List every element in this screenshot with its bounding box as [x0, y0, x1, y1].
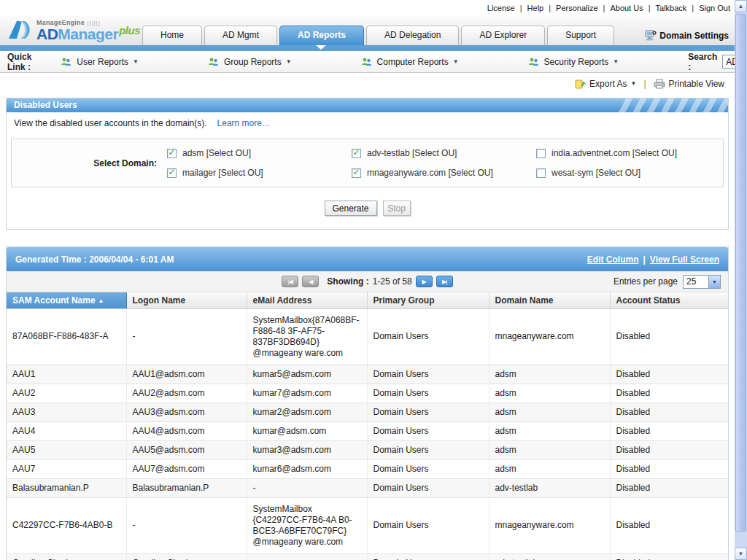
report-toolbar: Export As ▼ | Printable View	[0, 73, 735, 94]
domain-checkbox[interactable]: ✓ wesat-sym [Select OU]	[536, 168, 717, 178]
app-window: ▲ ▼ LicenseHelpPersonalizeAbout UsTalkba…	[0, 0, 747, 560]
domain-checkbox-grid: ✓ adsm [Select OU] ✓ adv-testlab [Select…	[167, 148, 717, 178]
previous-page-icon[interactable]: ◀	[302, 276, 319, 287]
last-page-icon[interactable]: ▶|	[436, 276, 453, 287]
cell-email-address: SystemMailbox {C42297CC-F7B6-4A B0-BCE3-…	[247, 497, 367, 553]
cell-logon-name: -	[126, 308, 247, 365]
main-nav-tabs: Home AD Mgmt AD Reports AD Delegation AD…	[142, 26, 614, 45]
cell-logon-name: Caroline.Sherly	[126, 553, 247, 560]
edit-column-link[interactable]: Edit Column	[587, 254, 639, 265]
nav-tab[interactable]: AD Reports	[279, 26, 364, 45]
cell-logon-name: AAU5@adsm.com	[126, 440, 247, 459]
cell-account-status: Disabled	[610, 497, 728, 553]
nav-tab[interactable]: AD Mgmt	[204, 26, 277, 45]
accent-strip	[0, 45, 735, 51]
generated-time-bar: Generated Time : 2006/04/04 - 6:01 AM Ed…	[7, 247, 728, 271]
quick-link-menu[interactable]: Group Reports ▼	[208, 57, 292, 67]
column-header-email-address[interactable]: eMail Address	[247, 292, 367, 308]
entries-per-page-value: 25	[684, 276, 708, 288]
export-as-button[interactable]: Export As ▼	[575, 78, 636, 89]
cell-domain-name: mnageanyware.com	[489, 497, 610, 553]
cell-account-status: Disabled	[610, 459, 728, 478]
cell-sam-account-name: Caroline.Sherly	[7, 553, 126, 560]
cell-logon-name: Balasubramanian.P	[126, 478, 247, 497]
next-page-icon[interactable]: ▶	[416, 276, 433, 287]
nav-tab[interactable]: Support	[547, 26, 614, 45]
cell-email-address: kumar5@adsm.com	[247, 365, 367, 384]
report-results-panel: Generated Time : 2006/04/04 - 6:01 AM Ed…	[6, 246, 729, 560]
column-header-primary-group[interactable]: Primary Group	[367, 292, 489, 308]
report-criteria-panel: Disabled Users View the disabled user ac…	[6, 98, 729, 230]
nav-tab[interactable]: Home	[142, 26, 202, 45]
cell-primary-group: Domain Users	[367, 421, 489, 440]
column-header-domain-name[interactable]: Domain Name	[489, 292, 610, 308]
top-link[interactable]: License	[487, 4, 527, 12]
domain-checkbox[interactable]: ✓ india.adventnet.com [Select OU]	[536, 148, 717, 158]
checkbox-icon: ✓	[167, 168, 177, 178]
scrollbar-thumb[interactable]	[735, 14, 746, 532]
column-header-logon-name[interactable]: Logon Name	[126, 292, 247, 308]
report-title-bar: Disabled Users	[7, 98, 728, 112]
cell-sam-account-name: AAU3	[7, 402, 126, 421]
top-link[interactable]: Talkback	[656, 4, 700, 12]
domain-checkbox[interactable]: ✓ mnageanyware.com [Select OU]	[352, 168, 536, 178]
checkbox-icon: ✓	[167, 149, 177, 158]
domain-checkbox[interactable]: ✓ adv-testlab [Select OU]	[352, 148, 536, 158]
scroll-up-icon[interactable]: ▲	[735, 0, 747, 12]
top-links: LicenseHelpPersonalizeAbout UsTalkbackSi…	[487, 4, 730, 12]
cell-sam-account-name: AAU2	[7, 384, 126, 402]
vertical-scrollbar[interactable]: ▲ ▼	[735, 0, 747, 560]
nav-tab[interactable]: AD Delegation	[366, 26, 459, 45]
domain-settings-button[interactable]: Domain Settings	[645, 30, 729, 41]
chevron-down-icon: ▼	[286, 58, 292, 65]
table-row: 87A068BF-F886-483F-A - SystemMailbox{87A…	[7, 308, 728, 365]
domain-checkbox[interactable]: ✓ mailager [Select OU]	[167, 168, 352, 178]
learn-more-link[interactable]: Learn more...	[217, 118, 269, 128]
cell-logon-name: AAU4@adsm.com	[126, 421, 247, 440]
table-row: Balasubramanian.P Balasubramanian.P - Do…	[7, 478, 728, 497]
top-link[interactable]: Personalize	[556, 4, 610, 12]
first-page-icon[interactable]: |◀	[282, 276, 298, 287]
cell-logon-name: -	[126, 497, 247, 553]
top-link[interactable]: About Us	[610, 4, 655, 12]
cell-primary-group: Domain Users	[367, 308, 489, 365]
column-header-sam-account-name[interactable]: SAM Account Name▲	[7, 292, 126, 308]
cell-email-address: SystemMailbox{87A068BF-F886-48 3F-AF75-8…	[247, 308, 367, 365]
quick-link-menu[interactable]: Security Reports ▼	[528, 57, 619, 67]
table-row: AAU3 AAU3@adsm.com kumar2@adsm.com Domai…	[7, 402, 728, 421]
printable-view-button[interactable]: Printable View	[654, 79, 725, 89]
cell-domain-name: adv-testlab	[489, 478, 610, 497]
results-table: SAM Account Name▲ Logon Name eMail Addre…	[7, 292, 728, 560]
top-link[interactable]: Help	[527, 4, 556, 12]
cell-primary-group: Domain Users	[367, 440, 489, 459]
quick-link-menu[interactable]: Computer Reports ▼	[361, 57, 459, 67]
cell-sam-account-name: AAU1	[7, 365, 126, 384]
column-header-account-status[interactable]: Account Status	[610, 292, 728, 308]
cell-email-address: kumar6@adsm.com	[247, 459, 367, 478]
cell-account-status: Disabled	[610, 365, 728, 384]
nav-tab[interactable]: AD Explorer	[461, 26, 545, 45]
cell-primary-group: Domain Users	[367, 402, 489, 421]
cell-domain-name: adv-testlab	[489, 553, 610, 560]
quick-link-menu[interactable]: User Reports ▼	[61, 57, 139, 67]
view-full-screen-link[interactable]: View Full Screen	[650, 254, 719, 265]
checkbox-icon: ✓	[352, 168, 361, 178]
toolbar-separator: |	[643, 79, 646, 89]
entries-per-page-select[interactable]: 25 ▼	[683, 275, 721, 289]
domain-checkbox[interactable]: ✓ adsm [Select OU]	[167, 148, 352, 158]
quick-link-label: Quick Link :	[7, 52, 31, 72]
cell-sam-account-name: AAU4	[7, 421, 126, 440]
generated-time-text: Generated Time : 2006/04/04 - 6:01 AM	[15, 254, 174, 265]
scroll-down-icon[interactable]: ▼	[735, 548, 747, 560]
top-link[interactable]: Sign Out	[699, 4, 730, 12]
stop-button[interactable]: Stop	[383, 201, 411, 216]
select-domain-label: Select Domain:	[18, 158, 167, 168]
chevron-down-icon: ▼	[453, 58, 459, 65]
generate-button[interactable]: Generate	[325, 201, 377, 216]
header-row: ManageEngine |||||| ADManagerplus Home A…	[0, 16, 735, 45]
cell-account-status: Disabled	[610, 478, 728, 497]
cell-domain-name: mnageanyware.com	[489, 308, 610, 365]
table-row: AAU4 AAU4@adsm.com kumar@adsm.com Domain…	[7, 421, 728, 440]
cell-primary-group: Domain Users	[367, 497, 489, 553]
search-label: Search :	[688, 52, 719, 72]
